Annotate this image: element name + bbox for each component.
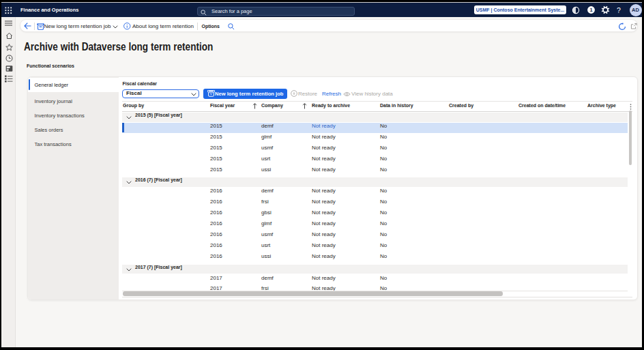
- svg-text:1: 1: [589, 7, 592, 13]
